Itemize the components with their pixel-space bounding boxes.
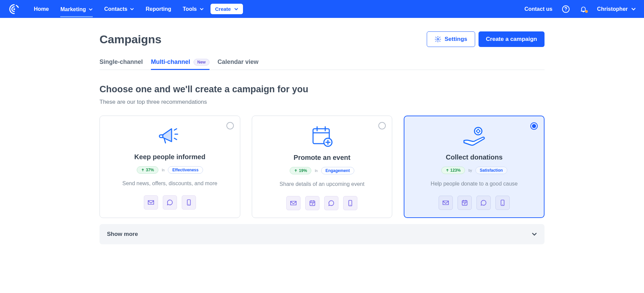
mobile-channel-icon [343, 196, 357, 210]
nav-item-marketing[interactable]: Marketing [60, 2, 93, 17]
section-title: Choose one and we'll create a campaign f… [99, 84, 545, 95]
contact-us-link[interactable]: Contact us [525, 6, 553, 12]
svg-point-3 [437, 39, 439, 40]
logo-icon [8, 3, 20, 15]
card-title: Collect donations [411, 153, 537, 161]
svg-point-2 [565, 10, 566, 11]
notifications-icon[interactable] [579, 5, 587, 13]
create-button-label: Create [215, 6, 231, 12]
mobile-channel-icon [495, 196, 510, 210]
mobile-channel-icon [182, 195, 196, 210]
page-header: Campaigns Settings Create a campaign [99, 31, 545, 47]
stat-separator: In [315, 169, 317, 173]
show-more-label: Show more [107, 231, 138, 238]
card-title: Promote an event [259, 154, 385, 162]
nav-label: Tools [183, 6, 197, 12]
megaphone-icon [107, 125, 233, 147]
card-description: Help people donate to a good cause [411, 181, 537, 187]
stat-separator: by [468, 169, 472, 172]
email-channel-icon [439, 196, 453, 210]
tab-multi-channel[interactable]: Multi-channelNew [151, 58, 209, 70]
settings-button[interactable]: Settings [427, 31, 475, 47]
tab-calendar-view[interactable]: Calendar view [218, 58, 259, 70]
nav-item-contacts[interactable]: Contacts [104, 1, 134, 17]
calendar-channel-icon [458, 196, 472, 210]
chat-channel-icon [476, 196, 491, 210]
tabs: Single-channelMulti-channelNewCalendar v… [99, 58, 545, 70]
chevron-down-icon [200, 7, 204, 11]
nav-item-home[interactable]: Home [34, 1, 49, 17]
stat-separator: In [162, 168, 164, 172]
email-channel-icon [286, 196, 301, 210]
gear-icon [435, 36, 441, 43]
show-more-toggle[interactable]: Show more [99, 224, 545, 244]
tab-label: Multi-channel [151, 58, 190, 66]
chevron-down-icon [89, 7, 93, 11]
new-badge: New [194, 59, 209, 66]
calendar-add-icon [259, 125, 385, 148]
create-button[interactable]: Create [210, 4, 243, 14]
stat-metric: Effectiveness [168, 166, 203, 174]
page-title: Campaigns [99, 33, 161, 46]
nav-item-reporting[interactable]: Reporting [146, 1, 171, 17]
card-description: Send news, offers, discounts, and more [107, 180, 233, 187]
help-icon[interactable] [562, 5, 570, 13]
stat-row: 37%InEffectiveness [107, 166, 233, 174]
chevron-down-icon [532, 231, 537, 237]
nav-item-tools[interactable]: Tools [183, 1, 203, 17]
recommendation-cards: Keep people informed37%InEffectivenessSe… [99, 116, 545, 218]
stat-row: 19%InEngagement [259, 167, 385, 174]
create-campaign-button[interactable]: Create a campaign [479, 31, 545, 47]
chevron-down-icon [130, 7, 134, 11]
svg-point-0 [14, 8, 15, 10]
chat-channel-icon [163, 195, 177, 210]
stat-row: 123%bySatisfaction [411, 167, 537, 174]
section-subtitle: These are our top three recommendations [99, 99, 545, 105]
stat-metric: Satisfaction [475, 167, 507, 174]
recommendation-card[interactable]: Collect donations123%bySatisfactionHelp … [404, 116, 545, 218]
page-body: Campaigns Settings Create a campaign Sin… [99, 18, 545, 244]
nav-label: Reporting [146, 6, 171, 12]
topbar: HomeMarketingContactsReportingTools Crea… [0, 0, 644, 18]
tab-label: Calendar view [218, 58, 259, 66]
channel-row [107, 195, 233, 210]
channel-row [259, 196, 385, 210]
chevron-down-icon [234, 7, 238, 11]
email-channel-icon [144, 195, 158, 210]
create-campaign-label: Create a campaign [486, 36, 537, 43]
svg-point-6 [474, 127, 482, 135]
user-name: Christopher [597, 6, 628, 12]
radio-button[interactable] [530, 122, 538, 130]
primary-nav: HomeMarketingContactsReportingTools [34, 1, 204, 17]
chat-channel-icon [324, 196, 338, 210]
recommendation-card[interactable]: Keep people informed37%InEffectivenessSe… [99, 116, 240, 218]
notification-dot [585, 10, 588, 13]
stat-percent: 19% [290, 167, 311, 174]
user-menu[interactable]: Christopher [597, 6, 636, 12]
nav-label: Home [34, 6, 49, 12]
radio-button[interactable] [226, 122, 234, 129]
tab-label: Single-channel [99, 58, 143, 66]
donate-icon [411, 126, 537, 147]
secondary-nav: Contact us Christopher [525, 5, 636, 13]
nav-label: Contacts [104, 6, 127, 12]
card-title: Keep people informed [107, 153, 233, 161]
stat-percent: 37% [137, 166, 158, 174]
calendar-channel-icon [305, 196, 319, 210]
stat-percent: 123% [441, 167, 465, 174]
recommendation-card[interactable]: Promote an event19%InEngagementShare det… [252, 116, 393, 218]
tab-single-channel[interactable]: Single-channel [99, 58, 143, 70]
settings-label: Settings [445, 36, 467, 43]
chevron-down-icon [631, 7, 636, 11]
card-description: Share details of an upcoming event [259, 181, 385, 187]
channel-row [411, 196, 537, 210]
nav-label: Marketing [60, 6, 86, 13]
stat-metric: Engagement [321, 167, 354, 174]
